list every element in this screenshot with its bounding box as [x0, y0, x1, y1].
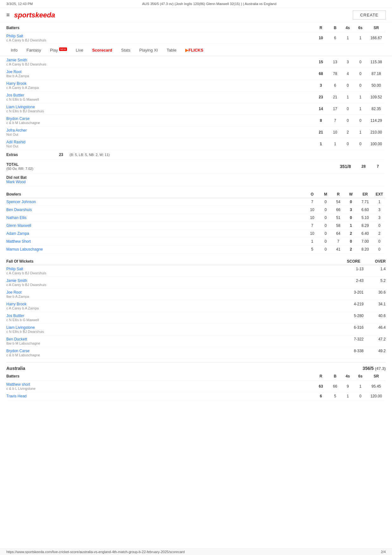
stat-b: 10 [329, 130, 341, 134]
batter-name[interactable]: Joe Root [6, 70, 313, 74]
fow-player-name[interactable]: Ben Duckett [6, 337, 345, 341]
bowler-name[interactable]: Glenn Maxwell [6, 223, 31, 228]
fow-row-ben-duckett: Ben Duckett lbw b M Labuschagne 7-322 47… [6, 335, 386, 347]
batter-name[interactable]: Liam Livingstone [6, 105, 313, 109]
batter-dismissal: Not Out [6, 144, 313, 148]
total-sixes: 7 [370, 164, 386, 169]
aus-batter-name[interactable]: Matthew short [6, 382, 313, 387]
tab-fantasy[interactable]: Fantasy [22, 45, 46, 56]
fow-over: 30.6 [370, 290, 386, 298]
stat-r: 3 [313, 83, 329, 88]
fow-score: 7-322 [345, 337, 370, 345]
aus-batter-dismissal: c & b L Livingstone [6, 387, 313, 390]
tab-scorecard[interactable]: Scorecard [88, 45, 117, 56]
fow-label: Fall Of Wickets [6, 259, 34, 264]
bowler-row-adam-zampa: Adam Zampa 10 0 64 2 6.40 2 [6, 230, 386, 238]
bowler-name[interactable]: Marnus Labuschagne [6, 247, 43, 252]
batter-row-brydon-carse: Brydon Carse c & b M Labuschagne 8 7 0 0… [6, 115, 386, 127]
col-6s-header: 6s [354, 26, 367, 30]
tab-info[interactable]: Info [6, 45, 22, 56]
bwl-er: 8.29 [357, 223, 373, 228]
aus-batter-name[interactable]: Travis Head [6, 394, 313, 398]
fow-row-liam-livingstone: Liam Livingstone c N Ellis b BJ Dwarshui… [6, 324, 386, 335]
batter-name[interactable]: Adil Rashid [6, 140, 313, 144]
bowler-name[interactable]: Spencer Johnson [6, 200, 36, 204]
aus-stat-r: 6 [313, 394, 329, 398]
stat-sr: 114.29 [367, 118, 386, 123]
bwl-r: 54 [332, 200, 345, 204]
fow-row-jos-buttler: Jos Buttler c N Ellis b G Maxwell 5-280 … [6, 312, 386, 324]
stat-r: 23 [313, 95, 329, 99]
tab-stats[interactable]: Stats [117, 45, 135, 56]
bowler-name[interactable]: Nathan Ellis [6, 215, 27, 220]
did-not-bat-name[interactable]: Mark Wood [6, 180, 26, 184]
batter-dismissal: c A Carey b BJ Dwarshuis [6, 62, 313, 66]
bwl-o: 10 [305, 208, 319, 212]
bwl-o: 10 [305, 231, 319, 236]
bwl-ext: 3 [373, 215, 386, 220]
stat-r: 68 [313, 72, 329, 76]
bwl-m: 0 [319, 208, 332, 212]
fow-player-name[interactable]: Harry Brook [6, 302, 345, 306]
batter-name[interactable]: Harry Brook [6, 81, 313, 86]
batter-row-jos-buttler: Jos Buttler c N Ellis b G Maxwell 23 21 … [6, 91, 386, 103]
fow-player-name[interactable]: Liam Livingstone [6, 325, 345, 330]
batter-b: 6 [329, 36, 341, 40]
stat-6s: 0 [354, 83, 367, 88]
aus-batter-row-travis-head: Travis Head 6 5 1 0 120.00 [6, 392, 386, 400]
fow-player-name[interactable]: Jos Buttler [6, 314, 345, 318]
fow-player-dismissal: c & b M Labuschagne [6, 353, 345, 357]
fow-score: 2-43 [345, 278, 370, 287]
batter-4s: 1 [341, 36, 354, 40]
tab-playing-xi[interactable]: Playing XI [135, 45, 162, 56]
batter-name[interactable]: Brydon Carse [6, 116, 313, 121]
aus-col-4s: 4s [341, 374, 354, 378]
fow-score: 4-219 [345, 302, 370, 310]
fow-score: 8-338 [345, 349, 370, 357]
bwl-r: 66 [332, 208, 345, 212]
hamburger-icon[interactable]: ≡ [6, 12, 10, 18]
stat-r: 8 [313, 118, 329, 123]
fow-row-brydon-carse: Brydon Carse c & b M Labuschagne 8-338 4… [6, 347, 386, 359]
bwl-o: 7 [305, 223, 319, 228]
fow-player-name[interactable]: Philip Salt [6, 267, 345, 271]
tab-table[interactable]: Table [162, 45, 181, 56]
extras-label: Extras [6, 153, 44, 157]
tab-flicks[interactable]: ▶FLICKS [181, 45, 208, 56]
fow-player-name[interactable]: Joe Root [6, 290, 345, 295]
total-score: 351/8 [332, 164, 357, 169]
bowler-name[interactable]: Ben Dwarshuis [6, 208, 32, 212]
bwl-er: 7.71 [357, 200, 373, 204]
fow-score: 6-316 [345, 325, 370, 334]
bwl-ext: 0 [373, 247, 386, 252]
batter-row-harry-brook: Harry Brook c A Carey b A Zampa 3 6 0 0 … [6, 80, 386, 91]
create-button[interactable]: CREATE [353, 10, 386, 20]
fow-player-name[interactable]: Brydon Carse [6, 349, 345, 353]
bowler-name[interactable]: Matthew Short [6, 239, 31, 244]
fow-player-name[interactable]: Jamie Smith [6, 278, 345, 283]
fow-over: 46.4 [370, 325, 386, 334]
batter-name[interactable]: Philip Salt [6, 34, 313, 38]
fow-score: 3-201 [345, 290, 370, 298]
aus-stat-b: 66 [329, 384, 341, 389]
batter-dismissal: Not Out [6, 133, 313, 136]
bwl-ext: 3 [373, 208, 386, 212]
batter-header-label: Batters [6, 26, 313, 30]
stat-4s: 0 [341, 83, 354, 88]
tab-play[interactable]: Play NEW [46, 45, 71, 56]
stat-b: 6 [329, 83, 341, 88]
stat-4s: 0 [341, 107, 354, 111]
stat-sr: 109.52 [367, 95, 386, 99]
batter-dismissal: lbw b A Zampa [6, 74, 313, 78]
batter-name[interactable]: Jofra Archer [6, 128, 313, 133]
stat-4s: 0 [341, 142, 354, 146]
bwl-w: 1 [345, 223, 357, 228]
stat-sr: 87.18 [367, 72, 386, 76]
tab-live[interactable]: Live [71, 45, 88, 56]
bowlers-header-label: Bowlers [6, 192, 305, 196]
batter-name[interactable]: Jamie Smith [6, 58, 313, 62]
batter-name[interactable]: Jos Buttler [6, 93, 313, 97]
bowler-name[interactable]: Adam Zampa [6, 231, 29, 236]
bwl-m: 0 [319, 223, 332, 228]
aus-batter-header-label: Batters [6, 374, 313, 378]
